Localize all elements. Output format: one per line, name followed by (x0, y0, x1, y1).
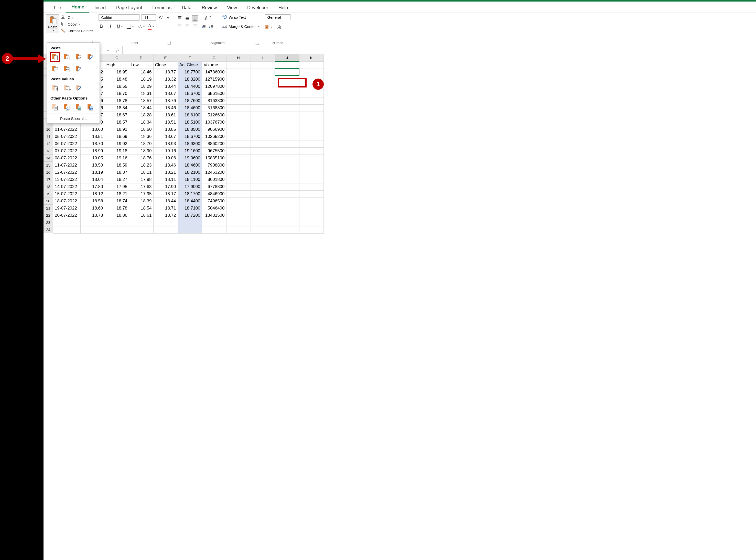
cell[interactable]: 19.05 (80, 155, 105, 162)
cell[interactable] (226, 205, 251, 212)
cell[interactable]: 18.31 (129, 90, 153, 97)
cell[interactable]: 18.4400 (178, 83, 202, 90)
cell[interactable] (178, 226, 202, 233)
cell[interactable] (275, 190, 299, 198)
cell[interactable]: 18.4400 (178, 198, 202, 205)
cell[interactable]: 17.80 (80, 183, 105, 190)
tab-view[interactable]: View (222, 3, 242, 13)
cell[interactable] (226, 212, 251, 219)
column-header-G[interactable]: G (202, 54, 226, 61)
row-header[interactable]: 14 (43, 155, 53, 162)
cell[interactable] (251, 90, 275, 97)
header-cell[interactable] (251, 61, 275, 68)
cell[interactable] (251, 112, 275, 119)
cell[interactable] (53, 226, 80, 233)
cell[interactable] (299, 112, 323, 119)
cell[interactable] (226, 68, 251, 76)
cell[interactable] (275, 205, 299, 212)
paste-formulas-option[interactable]: fx (62, 52, 72, 61)
cell[interactable]: 18.7100 (178, 205, 202, 212)
cell[interactable]: 18.78 (105, 205, 129, 212)
header-cell[interactable]: High (105, 61, 129, 68)
cell[interactable] (251, 205, 275, 212)
row-header[interactable]: 20 (43, 198, 53, 205)
cell[interactable]: 18.48 (105, 76, 129, 83)
paste-button[interactable]: Paste ▾ (46, 14, 59, 33)
alignment-launcher-icon[interactable] (255, 41, 259, 45)
paste-special-option[interactable]: Paste Special... (47, 114, 100, 123)
cell[interactable]: 17.63 (129, 183, 153, 190)
paste-values-source-option[interactable] (74, 83, 83, 92)
cell[interactable] (299, 169, 323, 176)
row-header[interactable]: 15 (43, 162, 53, 169)
cell[interactable]: 7908800 (202, 162, 226, 169)
cell[interactable] (251, 126, 275, 133)
cell[interactable]: 18.99 (80, 147, 105, 155)
row-header[interactable]: 24 (43, 226, 53, 233)
cell[interactable]: 18.6700 (178, 90, 202, 97)
percent-button[interactable]: % (276, 24, 281, 30)
paste-values-option[interactable]: 123 (51, 83, 60, 92)
cell[interactable] (226, 183, 251, 190)
align-middle-button[interactable] (184, 15, 191, 21)
cell[interactable]: 9675500 (202, 147, 226, 155)
number-format-combo[interactable]: General (265, 14, 291, 20)
cell[interactable]: 18.29 (129, 83, 153, 90)
header-cell[interactable]: Volume (202, 61, 226, 68)
cell[interactable] (299, 183, 323, 190)
cell[interactable]: 18.37 (105, 169, 129, 176)
cell[interactable]: 01-07-2022 (53, 126, 80, 133)
cell[interactable]: 18.46 (153, 162, 178, 169)
paste-keep-source-option[interactable] (86, 52, 95, 61)
cell[interactable] (251, 183, 275, 190)
cell[interactable] (299, 155, 323, 162)
cell[interactable] (251, 76, 275, 83)
wrap-text-button[interactable]: ab Wrap Text (222, 14, 260, 20)
cell[interactable] (299, 126, 323, 133)
paste-values-number-option[interactable]: %123 (62, 83, 72, 92)
cell[interactable]: 18.32 (153, 76, 178, 83)
font-name-combo[interactable]: ▾ (99, 14, 139, 21)
cell[interactable]: 12097800 (202, 83, 226, 90)
column-header-J[interactable]: J (275, 54, 299, 61)
cell[interactable] (251, 104, 275, 112)
cell[interactable]: 19.02 (105, 140, 129, 147)
font-color-button[interactable]: A ▾ (148, 23, 154, 29)
cell[interactable] (251, 147, 275, 155)
cell[interactable]: 18.78 (105, 97, 129, 104)
cell[interactable]: 18.51 (153, 119, 178, 126)
cell[interactable]: 18.60 (80, 205, 105, 212)
cell[interactable]: 19.16 (105, 155, 129, 162)
cell[interactable] (275, 162, 299, 169)
cell[interactable]: 5168800 (202, 104, 226, 112)
cell[interactable]: 20-07-2022 (53, 212, 80, 219)
cell[interactable]: 18.4600 (178, 162, 202, 169)
cell[interactable] (299, 176, 323, 183)
cell[interactable] (226, 198, 251, 205)
cell[interactable] (226, 162, 251, 169)
cell[interactable]: 18.21 (153, 169, 178, 176)
cell[interactable]: 18.69 (105, 133, 129, 140)
cell[interactable] (251, 133, 275, 140)
cell[interactable] (275, 183, 299, 190)
tab-formulas[interactable]: Formulas (147, 3, 177, 13)
column-header-E[interactable]: E (153, 54, 178, 61)
fx-button[interactable]: fx (113, 46, 122, 54)
cell[interactable]: 08-07-2022 (53, 155, 80, 162)
cell[interactable] (275, 198, 299, 205)
cell[interactable]: 18.59 (105, 162, 129, 169)
cell[interactable] (202, 226, 226, 233)
row-header[interactable]: 21 (43, 205, 53, 212)
cell[interactable]: 8163800 (202, 97, 226, 104)
cell[interactable]: 17.95 (129, 190, 153, 198)
align-center-button[interactable] (184, 23, 191, 29)
cell[interactable] (251, 155, 275, 162)
cut-button[interactable]: Cut (61, 15, 93, 20)
cell[interactable]: 18.55 (105, 83, 129, 90)
cell[interactable]: 14-07-2022 (53, 183, 80, 190)
cell[interactable] (202, 219, 226, 226)
cell[interactable]: 18-07-2022 (53, 198, 80, 205)
cell[interactable]: 12-07-2022 (53, 169, 80, 176)
paste-all-option[interactable] (51, 52, 60, 61)
column-header-F[interactable]: F (178, 54, 202, 61)
